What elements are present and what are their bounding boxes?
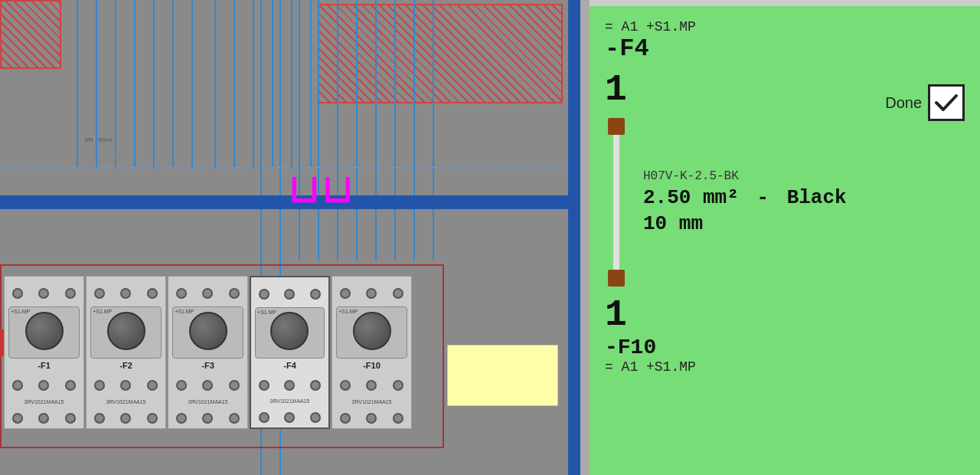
breaker-f10-small-label: +S1.MP (338, 309, 358, 314)
blue-line-ext-8 (394, 0, 396, 260)
breaker-f1-bottom-terminals (5, 374, 83, 397)
breaker-f2-top-terminals (87, 277, 165, 306)
breaker-f4-sub-terminals (251, 404, 328, 428)
breaker-f1-small-label: +S1.MP (11, 309, 75, 314)
breaker-f3-small-label: +S1.MP (175, 309, 194, 314)
breaker-f10-bottom-terminals (332, 374, 411, 397)
breaker-f4-knob (270, 312, 309, 350)
breaker-f3-type: 3RV1021MAA15 (188, 399, 227, 405)
wire-visual: H07V-K-2.5-BK 2.50 mm² - Black 10 mm (605, 118, 965, 287)
breaker-f3: +S1.MP -F3 3RV1021MAA15 (168, 276, 248, 429)
blue-line-ext-6 (356, 0, 358, 260)
quantity-2: 1 (605, 294, 965, 336)
terminal (340, 413, 351, 424)
breaker-f2-small-label: +S1.MP (93, 309, 112, 314)
terminal (229, 413, 240, 424)
breaker-f2-type: 3RV1021MAA15 (106, 399, 145, 405)
blue-line-ext-9 (413, 0, 415, 260)
terminal (259, 380, 270, 391)
breaker-f4-bottom-terminals (251, 374, 328, 397)
terminal (65, 413, 76, 424)
breaker-f3-body: +S1.MP (172, 306, 243, 359)
yellow-box (447, 345, 558, 406)
magenta-wire (274, 176, 381, 199)
blue-line-2 (96, 0, 97, 169)
terminal (229, 380, 240, 391)
terminal (340, 288, 351, 299)
terminal (12, 413, 23, 424)
breaker-f4-body: +S1.MP (255, 307, 325, 359)
location-label: = A1 +S1.MP (605, 19, 965, 34)
terminal (366, 288, 377, 299)
breaker-f1-name: -F1 (38, 361, 51, 370)
wire-size: 2.50 mm² (643, 186, 739, 209)
wire-code: H07V-K-2.5-BK (643, 169, 847, 183)
breaker-f2: +S1.MP -F2 3RV1021MAA15 (86, 276, 166, 429)
breaker-f1-knob (25, 312, 64, 350)
wire-line-container (605, 118, 628, 287)
breaker-f1-type: 3RV1021MAA15 (24, 399, 64, 405)
component-id: -F4 (605, 34, 965, 63)
breaker-f10-knob (353, 312, 391, 350)
blue-line-ext-7 (375, 0, 377, 260)
done-label: Done (885, 94, 922, 112)
terminal (147, 288, 158, 299)
breaker-f10-name: -F10 (363, 361, 381, 370)
component-label: 3⁄N ~50Hz (84, 136, 113, 143)
blue-line-9 (234, 0, 235, 169)
breaker-f2-body: +S1.MP (90, 306, 162, 359)
terminal (94, 288, 105, 299)
breaker-f4-top-terminals (251, 277, 328, 307)
terminal (393, 413, 403, 424)
component-id-2: -F10 (605, 336, 965, 359)
breaker-f10-body: +S1.MP (336, 306, 407, 359)
wire-spec: 2.50 mm² - Black (643, 186, 847, 209)
terminal (120, 380, 131, 391)
blue-line-10 (253, 0, 254, 169)
breaker-f10-type: 3RV1021MAA15 (351, 399, 391, 405)
blue-line-ext-4 (318, 0, 319, 260)
terminal (202, 413, 213, 424)
breaker-f3-knob (189, 312, 227, 350)
left-scrollbar[interactable] (580, 0, 590, 475)
breaker-f3-bottom-terminals (168, 374, 247, 397)
terminal (310, 289, 321, 300)
breaker-f1-body: +S1.MP (8, 306, 80, 359)
breaker-f4: +S1.MP -F4 3RV1021MAA15 (250, 276, 330, 429)
breaker-f10: +S1.MP -F10 3RV1021MAA15 (332, 276, 412, 429)
breakers-row: +S1.MP -F1 3RV1021MAA15 (4, 276, 412, 429)
terminal (284, 412, 295, 423)
terminal (176, 413, 187, 424)
terminal (12, 380, 23, 391)
terminal (340, 380, 351, 391)
terminal (259, 289, 270, 300)
terminal (202, 288, 213, 299)
breaker-f1: +S1.MP -F1 3RV1021MAA15 (4, 276, 84, 429)
wire-end-cap-bottom (608, 270, 625, 287)
blue-line-12 (291, 0, 292, 169)
blue-line-ext-10 (433, 0, 434, 260)
breaker-f1-sub-terminals (5, 405, 83, 428)
terminal (147, 413, 158, 424)
blue-line-ext-3 (299, 0, 300, 260)
wire-line (613, 135, 619, 270)
location-2: = A1 +S1.MP (605, 359, 965, 375)
small-component (98, 142, 119, 163)
terminal (38, 380, 49, 391)
blue-line-ext-5 (337, 0, 338, 260)
blue-line-13 (310, 0, 312, 169)
breaker-f4-name: -F4 (283, 361, 296, 370)
done-checkbox[interactable] (928, 84, 965, 121)
breaker-f2-knob (107, 312, 145, 350)
terminal (176, 380, 187, 391)
done-area: Done (885, 84, 965, 121)
terminal (38, 413, 49, 424)
hatch-area-top-right (318, 4, 563, 103)
breaker-f3-top-terminals (168, 277, 247, 306)
breaker-f2-sub-terminals (87, 405, 165, 428)
wire-info: H07V-K-2.5-BK 2.50 mm² - Black 10 mm (643, 118, 847, 287)
wire-length: 10 mm (643, 212, 847, 235)
blue-line-8 (214, 0, 216, 169)
terminal (310, 380, 321, 391)
terminal (366, 380, 377, 391)
